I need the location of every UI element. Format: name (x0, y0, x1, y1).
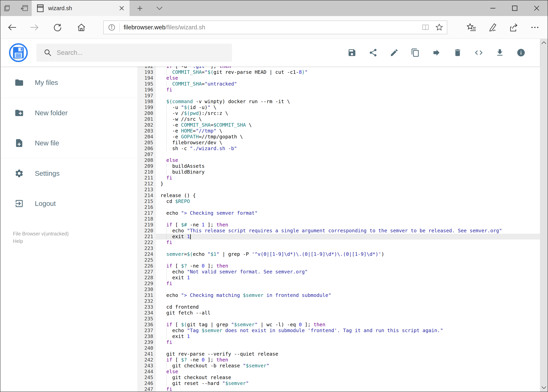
code-line[interactable]: else (156, 369, 540, 375)
move-button[interactable] (432, 48, 441, 57)
page-scrollbar[interactable] (540, 39, 548, 392)
code-line[interactable]: semver=$(echo "$1" | grep -P '^v(0|[1-9]… (156, 251, 540, 257)
code-line[interactable]: if [ $(git tag | grep "$semver" | wc -l)… (156, 322, 540, 328)
search-bar[interactable] (36, 44, 232, 62)
code-line[interactable]: fi (156, 175, 540, 181)
code-line[interactable] (156, 152, 540, 157)
code-line[interactable]: else (156, 75, 540, 81)
help-link[interactable]: Help (13, 237, 137, 245)
code-line[interactable]: -u "$(id -u)" \ (156, 105, 540, 110)
sidebar-item-settings[interactable]: Settings (0, 163, 137, 184)
code-line[interactable]: exit 1 (156, 234, 540, 239)
delete-button[interactable] (453, 48, 462, 57)
code-line[interactable]: fi (156, 386, 540, 392)
code-line[interactable]: echo "This release script requires a sin… (156, 228, 540, 234)
code-line[interactable]: git checkout -b release "$semver" (156, 363, 540, 369)
annotate-pen-icon[interactable] (488, 22, 498, 32)
home-icon[interactable] (76, 22, 87, 33)
edit-button[interactable] (390, 48, 399, 57)
code-line[interactable]: if [ -d ".git" ]; then (156, 66, 540, 69)
code-line[interactable] (156, 257, 540, 263)
code-line[interactable]: fi (156, 281, 540, 287)
code-line[interactable]: echo "> Checking matching $semver in fro… (156, 292, 540, 298)
code-button[interactable] (474, 48, 483, 57)
sidebar-item-my-files[interactable]: My files (0, 72, 137, 93)
code-line[interactable]: exit 1 (156, 334, 540, 339)
hub-favorites-icon[interactable] (467, 22, 476, 32)
code-line[interactable]: -e GOPATH=//tmp/gopath \ (156, 134, 540, 140)
code-line[interactable]: $(command -v winpty) docker run --rm -it… (156, 99, 540, 105)
code-line[interactable]: filebrowser/dev \ (156, 140, 540, 146)
code-line[interactable]: git checkout release (156, 375, 540, 380)
maximize-button[interactable] (504, 0, 526, 16)
copy-button[interactable] (411, 48, 420, 57)
refresh-icon[interactable] (52, 22, 63, 33)
forward-icon[interactable] (29, 22, 40, 33)
search-input[interactable] (57, 49, 232, 56)
code-line[interactable]: if [ $? -ne 0 ]; then (156, 263, 540, 269)
set-aside-tabs-icon[interactable] (20, 4, 28, 12)
code-line[interactable]: else (156, 157, 540, 163)
code-line[interactable] (156, 345, 540, 351)
share-button[interactable] (369, 48, 378, 57)
code-line[interactable]: git reset --hard "$semver" (156, 380, 540, 386)
code-line[interactable] (156, 316, 540, 322)
sidebar-item-new-folder[interactable]: New folder (0, 102, 137, 124)
save-button[interactable] (347, 48, 356, 57)
code-line[interactable]: -v /$(pwd):/src:z \ (156, 110, 540, 116)
url-text[interactable]: filebrowser.web/files/wizard.sh (124, 24, 205, 31)
code-line[interactable]: if [ $? -ne 0 ]; then (156, 357, 540, 363)
code-line[interactable] (156, 216, 540, 222)
share-icon[interactable] (509, 22, 519, 32)
tab-preview-chevron-icon[interactable] (152, 6, 167, 10)
minimize-button[interactable] (482, 0, 504, 16)
code-line[interactable]: if [ $# -ne 1 ]; then (156, 222, 540, 228)
close-tab-icon[interactable] (119, 6, 125, 11)
code-line[interactable]: sh -c "./wizard.sh -b" (156, 146, 540, 152)
scroll-down-icon[interactable] (541, 386, 547, 389)
code-line[interactable]: fi (156, 87, 540, 93)
code-line[interactable]: echo "> Checking semver format" (156, 210, 540, 216)
close-window-button[interactable] (526, 0, 548, 16)
code-line[interactable]: cd $REPO (156, 198, 540, 204)
code-line[interactable]: git rev-parse --verify --quiet release (156, 351, 540, 357)
code-line[interactable]: echo "Not valid semver format. See semve… (156, 269, 540, 275)
code-line[interactable]: } (156, 181, 540, 187)
code-line[interactable] (156, 245, 540, 251)
code-line[interactable]: fi (156, 339, 540, 345)
code-line[interactable] (156, 298, 540, 304)
code-line[interactable] (156, 204, 540, 210)
browser-tab[interactable]: wizard.sh (32, 0, 130, 16)
more-icon[interactable] (530, 22, 540, 32)
new-tab-icon[interactable]: + (133, 3, 147, 14)
download-button[interactable] (495, 48, 504, 57)
url-bar[interactable]: filebrowser.web/files/wizard.sh (103, 21, 447, 34)
editor-code[interactable]: if [ -d ".git" ]; then COMMIT_SHA="$(git… (156, 66, 540, 392)
scroll-up-icon[interactable] (541, 41, 547, 44)
code-line[interactable]: git fetch --all (156, 310, 540, 316)
code-line[interactable]: buildAssets (156, 163, 540, 169)
code-line[interactable]: COMMIT_SHA="$(git rev-parse HEAD | cut -… (156, 69, 540, 75)
code-line[interactable]: -w //src \ (156, 116, 540, 122)
code-line[interactable]: release () { (156, 193, 540, 198)
code-line[interactable]: buildBinary (156, 169, 540, 175)
info-button[interactable] (516, 48, 526, 57)
code-line[interactable]: -e COMMIT_SHA=$COMMIT_SHA \ (156, 122, 540, 128)
filebrowser-logo[interactable] (9, 43, 28, 62)
code-line[interactable] (156, 187, 540, 193)
favorite-star-icon[interactable] (435, 23, 443, 32)
site-info-icon[interactable] (108, 24, 115, 31)
back-icon[interactable] (7, 22, 18, 33)
code-line[interactable]: fi (156, 239, 540, 245)
code-line[interactable] (156, 287, 540, 292)
sidebar-item-new-file[interactable]: New file (0, 132, 137, 154)
code-line[interactable]: echo "Tag $semver does not exist in subm… (156, 328, 540, 334)
sidebar-item-logout[interactable]: Logout (0, 193, 137, 214)
code-line[interactable]: exit 1 (156, 275, 540, 281)
code-line[interactable]: cd frontend (156, 304, 540, 310)
tabs-you-set-aside-icon[interactable] (4, 4, 12, 12)
code-line[interactable]: COMMIT_SHA="untracked" (156, 81, 540, 87)
code-line[interactable]: -e HOME="//tmp" \ (156, 128, 540, 134)
code-line[interactable] (156, 93, 540, 99)
code-editor[interactable]: 1921931941951961971981992002012022032042… (137, 66, 540, 392)
